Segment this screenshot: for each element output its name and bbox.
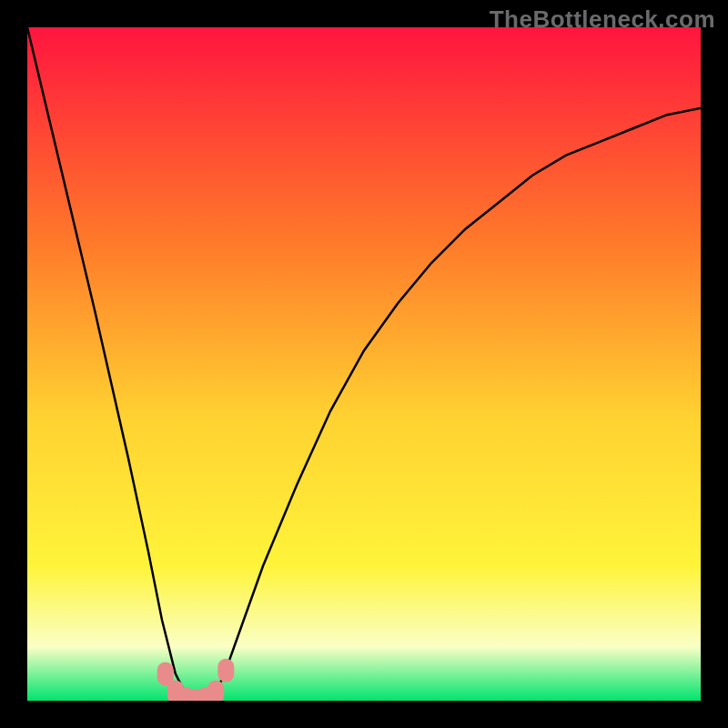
marker-point (207, 680, 224, 701)
plot-area (27, 27, 701, 701)
bottleneck-chart (27, 27, 701, 701)
marker-point (217, 659, 234, 682)
chart-frame: TheBottleneck.com (0, 0, 728, 728)
gradient-background (27, 27, 701, 701)
